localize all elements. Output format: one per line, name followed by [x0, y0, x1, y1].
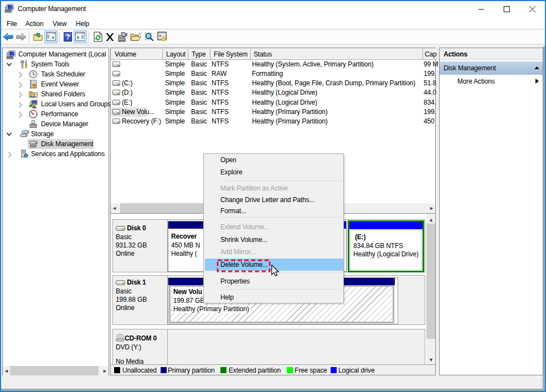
svg-text:?: ?: [66, 33, 70, 41]
